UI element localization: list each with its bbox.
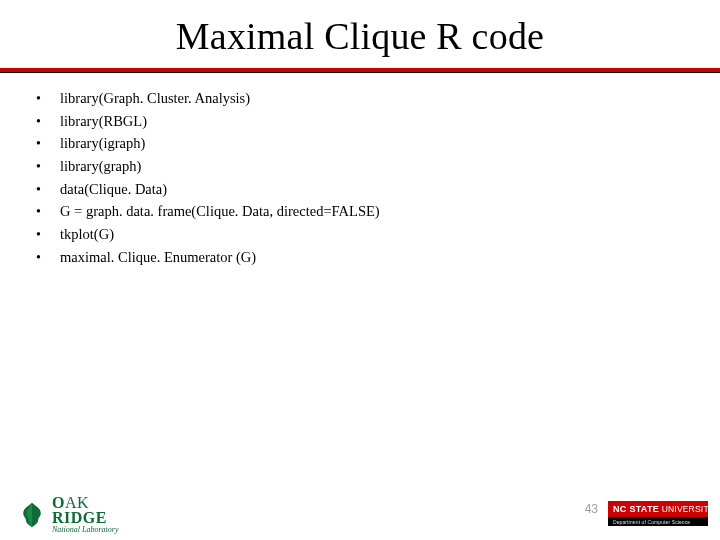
list-item-text: library(igraph) <box>60 132 145 154</box>
oakridge-sub: National Laboratory <box>52 526 118 534</box>
list-item: •library(igraph) <box>36 132 684 155</box>
list-item-text: library(graph) <box>60 155 141 177</box>
footer: OAK RIDGE National Laboratory 43 NC STAT… <box>0 482 720 540</box>
ncstate-sub: Department of Computer Science <box>608 517 708 526</box>
bullet-icon: • <box>36 111 60 133</box>
list-item: •library(RBGL) <box>36 110 684 133</box>
list-item-text: library(RBGL) <box>60 110 147 132</box>
bullet-icon: • <box>36 179 60 201</box>
bullet-icon: • <box>36 88 60 110</box>
ncstate-main: NC STATE UNIVERSITY <box>608 501 708 517</box>
bullet-list: •library(Graph. Cluster. Analysis) •libr… <box>36 87 684 269</box>
bullet-icon: • <box>36 156 60 178</box>
slide-title: Maximal Clique R code <box>0 0 720 58</box>
list-item: •library(graph) <box>36 155 684 178</box>
ncstate-logo: NC STATE UNIVERSITY Department of Comput… <box>608 501 708 526</box>
list-item: •tkplot(G) <box>36 223 684 246</box>
oakridge-logo: OAK RIDGE National Laboratory <box>18 495 118 534</box>
oakridge-line2: RIDGE <box>52 510 118 525</box>
list-item: •maximal. Clique. Enumerator (G) <box>36 246 684 269</box>
list-item: •library(Graph. Cluster. Analysis) <box>36 87 684 110</box>
bullet-icon: • <box>36 247 60 269</box>
list-item-text: maximal. Clique. Enumerator (G) <box>60 246 256 268</box>
list-item-text: library(Graph. Cluster. Analysis) <box>60 87 250 109</box>
list-item: •data(Clique. Data) <box>36 178 684 201</box>
bullet-icon: • <box>36 133 60 155</box>
oak-leaf-icon <box>18 501 46 529</box>
list-item: •G = graph. data. frame(Clique. Data, di… <box>36 200 684 223</box>
bullet-icon: • <box>36 201 60 223</box>
list-item-text: data(Clique. Data) <box>60 178 167 200</box>
list-item-text: tkplot(G) <box>60 223 114 245</box>
page-number: 43 <box>585 502 598 516</box>
oakridge-line1: OAK <box>52 495 118 510</box>
slide-body: •library(Graph. Cluster. Analysis) •libr… <box>0 73 720 269</box>
list-item-text: G = graph. data. frame(Clique. Data, dir… <box>60 200 380 222</box>
bullet-icon: • <box>36 224 60 246</box>
slide: Maximal Clique R code •library(Graph. Cl… <box>0 0 720 540</box>
oakridge-text: OAK RIDGE National Laboratory <box>52 495 118 534</box>
